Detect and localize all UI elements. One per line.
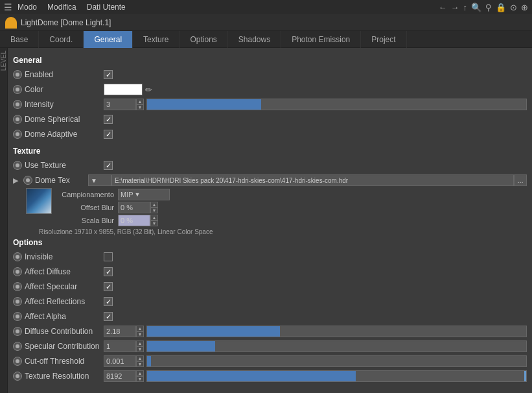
color-label-group: Color: [13, 85, 104, 94]
affect-specular-radio[interactable]: [13, 282, 22, 291]
diffuse-contribution-radio[interactable]: [13, 327, 22, 336]
affect-reflections-radio[interactable]: [13, 297, 22, 306]
invisible-radio[interactable]: [13, 252, 22, 261]
offset-blur-input-group: 0 % ▲ ▼: [118, 202, 158, 213]
intensity-row: Intensity 3 ▲ ▼: [13, 97, 527, 112]
object-title-bar: LightDome [Dome Light.1]: [0, 14, 532, 31]
view-icon[interactable]: ⊙: [510, 3, 517, 12]
use-texture-checkbox[interactable]: [104, 161, 113, 170]
tab-general[interactable]: General: [84, 31, 133, 48]
dome-adaptive-checkbox[interactable]: [104, 130, 113, 139]
affect-diffuse-checkbox[interactable]: [104, 267, 113, 276]
tab-coord[interactable]: Coord.: [39, 31, 84, 48]
diffuse-contribution-input[interactable]: 2.18: [104, 326, 136, 337]
offset-blur-down[interactable]: ▼: [150, 208, 158, 213]
intensity-label: Intensity: [25, 100, 54, 109]
color-swatch[interactable]: [104, 84, 143, 95]
back-icon[interactable]: ←: [439, 3, 447, 12]
texture-resolution-label: Texture Resolution: [25, 372, 89, 381]
use-texture-radio[interactable]: [13, 161, 22, 170]
color-radio[interactable]: [13, 85, 22, 94]
side-strip-label: LEVEL: [0, 51, 7, 71]
cutoff-threshold-input[interactable]: 0.001: [104, 355, 136, 367]
intensity-spinners: ▲ ▼: [136, 99, 144, 110]
invisible-label-group: Invisible: [13, 252, 104, 261]
specular-contribution-input[interactable]: 1: [104, 340, 136, 352]
intensity-up[interactable]: ▲: [136, 99, 144, 104]
dome-tex-expand-icon[interactable]: ▶: [13, 176, 23, 185]
tab-photon-emission[interactable]: Photon Emission: [281, 31, 361, 48]
texture-resolution-input[interactable]: 8192: [104, 370, 136, 382]
enabled-radio[interactable]: [13, 70, 22, 79]
dome-spherical-radio[interactable]: [13, 115, 22, 124]
hamburger-icon[interactable]: ☰: [4, 2, 12, 12]
color-row: Color ✏: [13, 82, 527, 97]
scala-blur-down[interactable]: ▼: [150, 220, 158, 226]
scala-blur-up[interactable]: ▲: [150, 215, 158, 220]
cutoff-down[interactable]: ▼: [136, 361, 144, 367]
menu-modo[interactable]: Modo: [17, 3, 37, 12]
lock-icon[interactable]: 🔒: [496, 3, 506, 12]
tab-options[interactable]: Options: [179, 31, 227, 48]
affect-alpha-radio[interactable]: [13, 312, 22, 321]
search-icon[interactable]: 🔍: [471, 3, 481, 12]
intensity-slider[interactable]: [146, 99, 527, 110]
invisible-checkbox[interactable]: [104, 252, 113, 261]
tex-res-down[interactable]: ▼: [136, 376, 144, 382]
dome-tex-type-dropdown[interactable]: ▼: [88, 174, 111, 186]
specular-contribution-label-group: Specular Contribution: [13, 342, 104, 351]
texture-resolution-radio[interactable]: [13, 372, 22, 381]
tab-shadows[interactable]: Shadows: [228, 31, 281, 48]
offset-blur-input[interactable]: 0 %: [118, 202, 150, 213]
add-icon[interactable]: ⊕: [521, 3, 528, 12]
affect-specular-checkbox[interactable]: [104, 282, 113, 291]
cutoff-up[interactable]: ▲: [136, 355, 144, 361]
offset-blur-up[interactable]: ▲: [150, 202, 158, 208]
tab-texture[interactable]: Texture: [133, 31, 179, 48]
affect-diffuse-radio[interactable]: [13, 267, 22, 276]
diffuse-up[interactable]: ▲: [136, 326, 144, 331]
affect-specular-row: Affect Specular: [13, 280, 527, 294]
scala-blur-input[interactable]: 0 %: [118, 215, 150, 226]
intensity-radio[interactable]: [13, 100, 22, 109]
dome-tex-radio[interactable]: [23, 176, 32, 185]
affect-reflections-checkbox[interactable]: [104, 297, 113, 306]
specular-contribution-radio[interactable]: [13, 342, 22, 351]
enabled-row: Enabled: [13, 67, 527, 82]
enabled-checkbox[interactable]: [104, 70, 113, 79]
diffuse-contribution-slider[interactable]: [146, 326, 527, 337]
color-edit-icon[interactable]: ✏: [145, 85, 152, 95]
diffuse-contribution-row: Diffuse Contribution 2.18 ▲ ▼: [13, 324, 527, 339]
tab-project[interactable]: Project: [361, 31, 406, 48]
affect-reflections-row: Affect Reflections: [13, 294, 527, 309]
cutoff-threshold-radio[interactable]: [13, 357, 22, 366]
scala-blur-spinners: ▲ ▼: [150, 215, 158, 226]
menu-modifica[interactable]: Modifica: [47, 3, 76, 12]
filter-icon[interactable]: ⚲: [485, 3, 492, 12]
title-bar: ☰ Modo Modifica Dati Utente ← → ↑ 🔍 ⚲ 🔒 …: [0, 0, 532, 14]
texture-resolution-slider[interactable]: [146, 370, 527, 382]
tex-res-up[interactable]: ▲: [136, 370, 144, 376]
texture-resolution-spinners: ▲ ▼: [136, 370, 144, 382]
affect-alpha-checkbox[interactable]: [104, 312, 113, 321]
specular-up[interactable]: ▲: [136, 340, 144, 346]
specular-down[interactable]: ▼: [136, 346, 144, 352]
campionamento-row: Campionamento MIP ▼: [56, 188, 527, 201]
dome-tex-browse-btn[interactable]: ...: [514, 174, 527, 186]
up-icon[interactable]: ↑: [463, 3, 468, 12]
intensity-input[interactable]: 3: [104, 99, 136, 110]
invisible-row: Invisible: [13, 250, 527, 264]
tab-base[interactable]: Base: [0, 31, 39, 48]
specular-contribution-slider[interactable]: [146, 340, 527, 352]
dome-adaptive-label-group: Dome Adaptive: [13, 130, 104, 139]
forward-icon[interactable]: →: [451, 3, 459, 12]
dome-spherical-checkbox[interactable]: [104, 115, 113, 124]
dome-adaptive-radio[interactable]: [13, 130, 22, 139]
campionamento-dropdown[interactable]: MIP ▼: [118, 189, 170, 200]
intensity-down[interactable]: ▼: [136, 104, 144, 110]
diffuse-down[interactable]: ▼: [136, 331, 144, 337]
cutoff-threshold-slider[interactable]: [146, 355, 527, 367]
scala-blur-row: Scala Blur 0 % ▲ ▼: [56, 214, 527, 227]
menu-dati-utente[interactable]: Dati Utente: [87, 3, 126, 12]
cutoff-threshold-row: Cut-off Threshold 0.001 ▲ ▼: [13, 354, 527, 368]
